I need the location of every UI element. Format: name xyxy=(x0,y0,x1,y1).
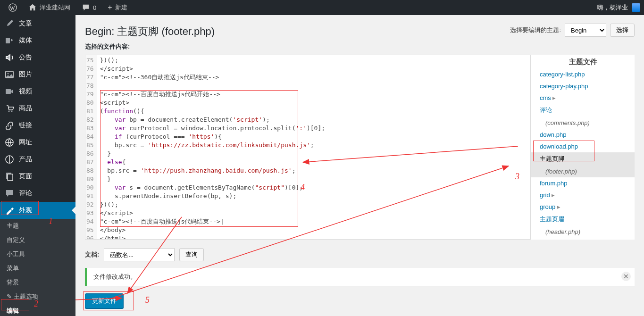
theme-select[interactable]: Begin xyxy=(565,24,606,37)
theme-file-item[interactable]: download.php xyxy=(531,141,635,152)
submenu-customize[interactable]: 自定义 xyxy=(0,233,75,247)
menu-posts[interactable]: 文章 xyxy=(0,15,75,32)
theme-file-item[interactable]: forum.php xyxy=(531,177,635,189)
submenu-background[interactable]: 背景 xyxy=(0,275,75,290)
annotation-num-5: 5 xyxy=(145,295,150,305)
menu-media[interactable]: 媒体 xyxy=(0,32,75,49)
menu-appearance[interactable]: 外观 xyxy=(0,202,75,219)
doc-label: 文档: xyxy=(85,250,99,259)
code-editor[interactable]: 7576777879808182838485868788899091929394… xyxy=(85,55,531,240)
menu-links[interactable]: 链接 xyxy=(0,117,75,134)
theme-file-subitem[interactable]: (footer.php) xyxy=(531,166,635,177)
site-name-link[interactable]: 泽业建站网 xyxy=(24,0,75,15)
svg-point-6 xyxy=(11,111,13,112)
submenu-menus[interactable]: 菜单 xyxy=(0,261,75,275)
new-label: 新建 xyxy=(115,3,127,12)
svg-point-3 xyxy=(8,73,9,75)
main-content: Begin: 主题页脚 (footer.php) 选择要编辑的主题: Begin… xyxy=(75,15,644,316)
submenu-theme-options[interactable]: ✎主题选项 xyxy=(0,290,75,304)
avatar[interactable] xyxy=(632,3,640,12)
appearance-submenu: 主题 自定义 小工具 菜单 背景 ✎主题选项 编辑 xyxy=(0,219,75,316)
select-theme-label: 选择要编辑的主题: xyxy=(510,26,561,34)
documentation-row: 文档: 函数名... 查询 xyxy=(85,248,635,261)
update-row: 更新文件 5 xyxy=(85,293,635,308)
code-lines[interactable]: })();</script>"c-cm"><!--360自动推送js代码结束--… xyxy=(97,55,530,239)
menu-product2[interactable]: 产品 xyxy=(0,151,75,168)
file-content-label: 选择的文件内容: xyxy=(85,42,635,51)
theme-file-subitem[interactable]: (header.php) xyxy=(531,226,635,238)
menu-urls[interactable]: 网址 xyxy=(0,134,75,151)
menu-announce[interactable]: 公告 xyxy=(0,49,75,66)
submenu-themes[interactable]: 主题 xyxy=(0,219,75,233)
dismiss-notice-button[interactable]: ✕ xyxy=(621,272,631,281)
theme-file-item[interactable]: cms ▸ xyxy=(531,92,635,104)
theme-selector-row: 选择要编辑的主题: Begin 选择 xyxy=(510,24,635,37)
svg-rect-9 xyxy=(8,174,13,181)
greeting[interactable]: 嗨，杨泽业 xyxy=(597,3,628,12)
submenu-editor[interactable]: 编辑 xyxy=(0,304,75,316)
menu-images[interactable]: 图片 xyxy=(0,66,75,83)
theme-file-item[interactable]: down.php xyxy=(531,129,635,141)
menu-comments[interactable]: 评论 xyxy=(0,185,75,202)
wp-logo[interactable] xyxy=(4,0,22,15)
lookup-button[interactable]: 查询 xyxy=(179,248,204,261)
theme-files-scroll[interactable]: 主题文件 category-list.phpcategory-play.phpc… xyxy=(531,55,635,240)
theme-file-item[interactable]: 评论 xyxy=(531,104,635,117)
svg-point-5 xyxy=(8,111,10,112)
comments-link[interactable]: 0 xyxy=(77,0,101,15)
theme-file-item[interactable]: group ▸ xyxy=(531,201,635,213)
theme-files-panel: 主题文件 category-list.phpcategory-play.phpc… xyxy=(531,55,635,240)
update-file-button[interactable]: 更新文件 xyxy=(85,293,124,308)
svg-rect-1 xyxy=(6,38,10,43)
new-content-link[interactable]: + 新建 xyxy=(103,0,132,15)
theme-file-item[interactable]: 主题页脚 xyxy=(531,152,635,166)
theme-file-item[interactable]: category-list.php xyxy=(531,68,635,80)
notice-text: 文件修改成功。 xyxy=(93,273,136,280)
menu-video[interactable]: 视频 xyxy=(0,83,75,100)
plus-icon: + xyxy=(108,3,112,12)
select-theme-button[interactable]: 选择 xyxy=(610,24,635,37)
submenu-widgets[interactable]: 小工具 xyxy=(0,247,75,261)
svg-rect-4 xyxy=(6,89,11,94)
theme-files-title: 主题文件 xyxy=(531,55,635,68)
line-gutter: 7576777879808182838485868788899091929394… xyxy=(85,55,97,239)
theme-file-item[interactable]: grid ▸ xyxy=(531,189,635,201)
theme-file-item[interactable]: 主题页眉 xyxy=(531,213,635,226)
success-notice: 文件修改成功。 ✕ xyxy=(85,268,635,286)
theme-file-item[interactable]: 文章页 xyxy=(531,238,635,240)
comments-count: 0 xyxy=(93,4,96,11)
menu-pages[interactable]: 页面 xyxy=(0,168,75,185)
site-name: 泽业建站网 xyxy=(40,3,70,12)
admin-sidebar: 文章 媒体 公告 图片 视频 商品 链接 网址 产品 页面 评论 外观 主题 自… xyxy=(0,15,75,316)
theme-file-item[interactable]: category-play.php xyxy=(531,80,635,92)
menu-products[interactable]: 商品 xyxy=(0,100,75,117)
theme-file-subitem[interactable]: (comments.php) xyxy=(531,117,635,129)
admin-topbar: 泽业建站网 0 + 新建 嗨，杨泽业 xyxy=(0,0,644,15)
function-select[interactable]: 函数名... xyxy=(104,248,175,261)
